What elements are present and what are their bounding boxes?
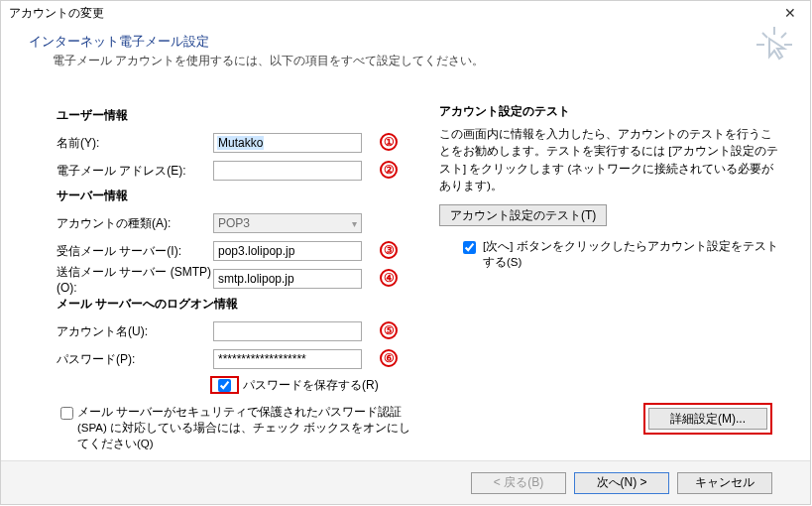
name-value: Mutakko [217,136,264,150]
section-user-info: ユーザー情報 [57,107,411,124]
svg-line-3 [762,33,767,38]
more-settings-highlight: 詳細設定(M)... [643,403,772,435]
header-subtitle: 電子メール アカウントを使用するには、以下の項目をすべて設定してください。 [29,53,782,69]
test-description: この画面内に情報を入力したら、アカウントのテストを行うことをお勧めします。テスト… [439,126,782,194]
left-column: ユーザー情報 名前(Y): Mutakko ① 電子メール アドレス(E): ②… [57,103,411,451]
account-type-value: POP3 [218,216,250,230]
svg-line-4 [781,33,786,38]
dialog-body: ユーザー情報 名前(Y): Mutakko ① 電子メール アドレス(E): ②… [1,73,810,451]
row-account-type: アカウントの種類(A): POP3 ▾ [57,210,411,236]
row-name: 名前(Y): Mutakko ① [57,130,411,156]
badge-6: ⑥ [380,349,398,367]
test-account-button[interactable]: アカウント設定のテスト(T) [439,204,607,226]
name-label: 名前(Y): [57,135,213,152]
section-logon-info: メール サーバーへのログオン情報 [57,296,411,313]
chevron-down-icon: ▾ [352,218,357,229]
dialog-header: インターネット電子メール設定 電子メール アカウントを使用するには、以下の項目を… [1,25,810,73]
incoming-label: 受信メール サーバー(I): [57,243,213,260]
more-settings-button[interactable]: 詳細設定(M)... [648,408,767,430]
row-incoming-server: 受信メール サーバー(I): ③ [57,238,411,264]
email-input[interactable] [213,161,362,181]
save-password-label: パスワードを保存する(R) [243,377,379,394]
badge-5: ⑤ [380,321,398,339]
account-type-select: POP3 ▾ [213,213,362,233]
spa-checkbox[interactable] [60,407,73,420]
row-spa: メール サーバーがセキュリティで保護されたパスワード認証 (SPA) に対応して… [57,404,411,451]
badge-3: ③ [380,241,398,259]
titlebar: アカウントの変更 [1,1,810,25]
spa-label: メール サーバーがセキュリティで保護されたパスワード認証 (SPA) に対応して… [77,404,411,451]
save-password-highlight [210,376,239,394]
close-button[interactable]: ✕ [770,1,810,25]
right-column: アカウント設定のテスト この画面内に情報を入力したら、アカウントのテストを行うこ… [439,103,782,451]
test-on-next-checkbox[interactable] [463,241,476,254]
section-server-info: サーバー情報 [57,188,411,204]
badge-1: ① [380,133,398,151]
outgoing-input[interactable] [213,269,362,289]
email-label: 電子メール アドレス(E): [57,163,213,180]
test-on-next-label: [次へ] ボタンをクリックしたらアカウント設定をテストする(S) [483,238,782,270]
row-save-password: パスワードを保存する(R) [57,376,411,394]
row-test-on-next: [次へ] ボタンをクリックしたらアカウント設定をテストする(S) [439,238,782,270]
dialog-window: アカウントの変更 ✕ インターネット電子メール設定 電子メール アカウントを使用… [0,0,811,505]
cursor-icon [756,27,792,63]
password-input[interactable] [213,349,362,369]
row-account-name: アカウント名(U): ⑤ [57,318,411,344]
row-outgoing-server: 送信メール サーバー (SMTP)(O): ④ [57,266,411,292]
account-name-label: アカウント名(U): [57,323,213,340]
cancel-button[interactable]: キャンセル [677,472,772,494]
account-name-input[interactable] [213,321,362,341]
back-button: < 戻る(B) [471,472,566,494]
account-type-label: アカウントの種類(A): [57,215,213,232]
dialog-footer: < 戻る(B) 次へ(N) > キャンセル [1,460,810,504]
badge-4: ④ [380,269,398,287]
header-title: インターネット電子メール設定 [29,33,782,51]
badge-2: ② [380,161,398,179]
test-title: アカウント設定のテスト [439,103,782,120]
row-email: 電子メール アドレス(E): ② [57,158,411,184]
save-password-checkbox[interactable] [218,379,231,392]
row-password: パスワード(P): ⑥ [57,346,411,372]
outgoing-label: 送信メール サーバー (SMTP)(O): [57,264,213,295]
window-title: アカウントの変更 [9,5,802,22]
next-button[interactable]: 次へ(N) > [574,472,669,494]
password-label: パスワード(P): [57,351,213,368]
name-input[interactable]: Mutakko [213,133,362,153]
incoming-input[interactable] [213,241,362,261]
